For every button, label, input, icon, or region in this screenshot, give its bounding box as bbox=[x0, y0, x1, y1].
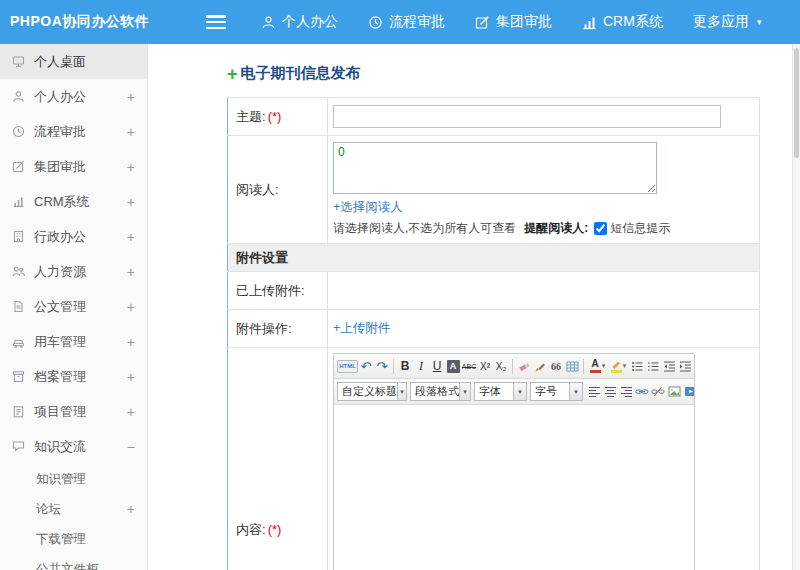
app-title: PHPOA协同办公软件 bbox=[0, 13, 148, 31]
vertical-scrollbar-thumb[interactable] bbox=[794, 48, 799, 158]
sidebar-item-knowledge-exchange[interactable]: 知识交流 − bbox=[0, 429, 147, 464]
sidebar-item-archive-management[interactable]: 档案管理 + bbox=[0, 359, 147, 394]
sidebar-item-workflow-approval[interactable]: 流程审批 + bbox=[0, 114, 147, 149]
uploaded-attachments-label: 已上传附件: bbox=[228, 272, 328, 310]
sidebar-label: 知识交流 bbox=[34, 438, 86, 456]
sidebar-item-admin-office[interactable]: 行政办公 + bbox=[0, 219, 147, 254]
sidebar-item-vehicle-management[interactable]: 用车管理 + bbox=[0, 324, 147, 359]
nav-workflow-approval[interactable]: 流程审批 bbox=[353, 0, 460, 44]
collapse-toggle[interactable]: − bbox=[127, 440, 135, 454]
readers-label: 阅读人: bbox=[228, 136, 328, 244]
outdent-button[interactable] bbox=[661, 357, 677, 376]
undo-button[interactable]: ↶ bbox=[358, 357, 374, 376]
readers-textarea[interactable]: 0 bbox=[333, 142, 657, 194]
align-right-button[interactable] bbox=[618, 382, 634, 401]
bullet-list-button[interactable] bbox=[629, 357, 645, 376]
insert-table-button[interactable] bbox=[564, 357, 580, 376]
expand-toggle[interactable]: + bbox=[127, 160, 135, 174]
italic-button[interactable]: I bbox=[413, 357, 429, 376]
expand-toggle[interactable]: + bbox=[127, 300, 135, 314]
expand-toggle[interactable]: + bbox=[127, 502, 135, 516]
nav-crm-system[interactable]: CRM系统 bbox=[567, 0, 678, 44]
align-right-icon bbox=[620, 385, 633, 398]
menu-icon[interactable] bbox=[206, 15, 226, 29]
insert-link-button[interactable] bbox=[634, 382, 650, 401]
select-readers-link[interactable]: +选择阅读人 bbox=[333, 200, 403, 214]
source-code-button[interactable]: HTML bbox=[337, 360, 358, 373]
sidebar-item-project-management[interactable]: 项目管理 + bbox=[0, 394, 147, 429]
sidebar-sublabel: 公共文件柜 bbox=[36, 561, 99, 570]
expand-toggle[interactable]: + bbox=[127, 230, 135, 244]
sidebar-item-human-resources[interactable]: 人力资源 + bbox=[0, 254, 147, 289]
sms-notify-checkbox[interactable] bbox=[594, 222, 607, 235]
expand-toggle[interactable]: + bbox=[127, 335, 135, 349]
sidebar-subitem-knowledge-management[interactable]: 知识管理 bbox=[0, 464, 147, 494]
align-center-button[interactable] bbox=[602, 382, 618, 401]
editor-content-area[interactable] bbox=[334, 405, 694, 570]
sidebar-item-group-approval[interactable]: 集团审批 + bbox=[0, 149, 147, 184]
expand-toggle[interactable]: + bbox=[127, 90, 135, 104]
media-icon bbox=[684, 385, 695, 398]
nav-more-apps[interactable]: 更多应用 ▾ bbox=[678, 0, 777, 44]
chevron-down-icon: ▾ bbox=[623, 362, 627, 370]
attachment-operations-label: 附件操作: bbox=[228, 310, 328, 348]
expand-toggle[interactable]: + bbox=[127, 370, 135, 384]
subject-input[interactable] bbox=[333, 105, 721, 128]
sidebar-item-crm-system[interactable]: CRM系统 + bbox=[0, 184, 147, 219]
expand-toggle[interactable]: + bbox=[127, 265, 135, 279]
paragraph-format-dropdown[interactable]: 段落格式▾ bbox=[410, 382, 471, 401]
image-icon bbox=[668, 385, 681, 398]
subject-row: 主题:(*) bbox=[228, 98, 760, 136]
sidebar-label: 行政办公 bbox=[34, 228, 86, 246]
align-left-button[interactable] bbox=[586, 382, 602, 401]
font-style-button[interactable]: A bbox=[445, 357, 461, 376]
superscript-button[interactable]: X² bbox=[477, 357, 493, 376]
bold-button[interactable]: B bbox=[397, 357, 413, 376]
nav-personal-office[interactable]: 个人办公 bbox=[246, 0, 353, 44]
chevron-down-icon: ▾ bbox=[397, 383, 406, 400]
outdent-icon bbox=[663, 360, 676, 373]
required-mark: (*) bbox=[268, 109, 282, 124]
insert-media-button[interactable] bbox=[682, 382, 694, 401]
sidebar-item-desktop[interactable]: 个人桌面 bbox=[0, 44, 147, 79]
font-size-dropdown[interactable]: 字号▾ bbox=[530, 382, 583, 401]
sidebar-subitem-download-management[interactable]: 下载管理 bbox=[0, 524, 147, 554]
upload-attachment-link[interactable]: +上传附件 bbox=[333, 321, 390, 335]
sidebar-label: 个人桌面 bbox=[34, 53, 86, 71]
numbered-list-button[interactable] bbox=[645, 357, 661, 376]
remove-format-button[interactable] bbox=[516, 357, 532, 376]
eraser-icon bbox=[518, 360, 531, 373]
indent-button[interactable] bbox=[677, 357, 693, 376]
desktop-icon bbox=[12, 55, 25, 68]
nav-group-approval[interactable]: 集团审批 bbox=[460, 0, 567, 44]
expand-toggle[interactable]: + bbox=[127, 195, 135, 209]
numbered-list-icon bbox=[647, 360, 660, 373]
document-icon bbox=[12, 300, 25, 313]
vertical-scrollbar-track[interactable] bbox=[792, 44, 800, 570]
expand-toggle[interactable]: + bbox=[127, 125, 135, 139]
redo-button[interactable]: ↷ bbox=[374, 357, 390, 376]
sidebar-item-personal-office[interactable]: 个人办公 + bbox=[0, 79, 147, 114]
edit-icon bbox=[12, 160, 25, 173]
custom-heading-dropdown[interactable]: 自定义标题▾ bbox=[337, 382, 407, 401]
format-brush-button[interactable] bbox=[532, 357, 548, 376]
expand-toggle[interactable]: + bbox=[127, 405, 135, 419]
sidebar-label: 用车管理 bbox=[34, 333, 86, 351]
pen-icon bbox=[611, 360, 622, 369]
font-family-dropdown[interactable]: 字体▾ bbox=[474, 382, 527, 401]
remind-readers-label: 提醒阅读人: bbox=[524, 220, 588, 237]
building-icon bbox=[12, 230, 25, 243]
blockquote-button[interactable]: 66 bbox=[548, 357, 564, 376]
strikethrough-button[interactable]: ABC bbox=[461, 357, 477, 376]
sidebar-item-document-management[interactable]: 公文管理 + bbox=[0, 289, 147, 324]
editor-toolbar-row1: HTML ↶ ↷ B I U A ABC X² X₂ bbox=[334, 354, 694, 379]
font-color-button[interactable]: A ▾ bbox=[587, 357, 608, 376]
insert-image-button[interactable] bbox=[666, 382, 682, 401]
sidebar-subitem-forum[interactable]: 论坛 + bbox=[0, 494, 147, 524]
sidebar-label: 流程审批 bbox=[34, 123, 86, 141]
underline-button[interactable]: U bbox=[429, 357, 445, 376]
subscript-button[interactable]: X₂ bbox=[493, 357, 509, 376]
highlight-color-button[interactable]: ▾ bbox=[608, 357, 629, 376]
sidebar-subitem-public-file-cabinet[interactable]: 公共文件柜 bbox=[0, 554, 147, 570]
remove-link-button[interactable] bbox=[650, 382, 666, 401]
